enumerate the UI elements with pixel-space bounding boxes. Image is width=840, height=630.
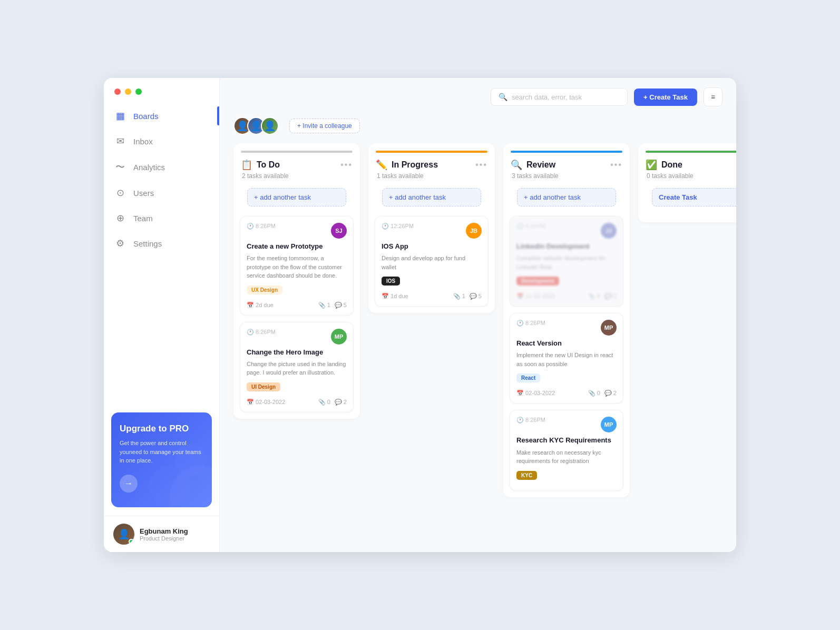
upgrade-desc: Get the power and control youneed to man… bbox=[120, 439, 203, 465]
col-header-review: 🔍 Review ••• 3 tasks available bbox=[503, 143, 630, 183]
card-desc: Implement the new UI Design in react as … bbox=[516, 351, 617, 368]
col-menu-todo[interactable]: ••• bbox=[340, 160, 353, 170]
search-bar[interactable]: 🔍 search data, error, task bbox=[491, 88, 628, 106]
card-comments: 💬 2 bbox=[335, 399, 347, 406]
card-tag: UX Design bbox=[247, 286, 282, 294]
user-role: Product Designer bbox=[140, 535, 188, 542]
add-task-button-done[interactable]: Create Task bbox=[652, 188, 736, 206]
member-avatar-3: 👤 bbox=[261, 117, 279, 135]
card-avatar: JB bbox=[466, 223, 482, 239]
card-stats: 📎 1 💬 5 bbox=[318, 302, 347, 309]
add-task-button-todo[interactable]: + add another task bbox=[247, 188, 346, 206]
column-inprogress: ✏️ In Progress ••• 1 tasks available + a… bbox=[368, 143, 495, 313]
nav-icon-boards: ▦ bbox=[114, 110, 126, 122]
nav-icon-settings: ⚙ bbox=[114, 238, 126, 249]
card-comments: 💬 5 bbox=[470, 293, 482, 300]
card-desc: Change the picture used in the landing p… bbox=[247, 360, 347, 377]
col-top-bar-review bbox=[511, 151, 622, 153]
sidebar-item-inbox[interactable]: ✉ Inbox bbox=[104, 129, 219, 154]
col-title-review: 🔍 Review bbox=[511, 159, 555, 171]
card-title: Research KYC Requirements bbox=[516, 436, 617, 445]
card-header: 🕐 12:26PM JB bbox=[382, 223, 482, 239]
card-avatar: MP bbox=[601, 320, 617, 336]
card-time: 🕐 8:26PM bbox=[516, 417, 545, 424]
card-comments: 💬 2 bbox=[604, 390, 617, 397]
nav-label-users: Users bbox=[133, 189, 154, 198]
card-time: 🕐 12:26PM bbox=[382, 223, 414, 230]
col-menu-inprogress[interactable]: ••• bbox=[475, 160, 487, 170]
online-status bbox=[129, 539, 134, 544]
task-card-card5[interactable]: 🕐 8:26PM MP React Version Implement the … bbox=[510, 313, 623, 403]
nav-label-inbox: Inbox bbox=[133, 137, 153, 146]
card-date: 📅 02-03-2022 bbox=[247, 399, 285, 406]
upgrade-title: Upgrade to PRO bbox=[120, 423, 203, 435]
sidebar-item-boards[interactable]: ▦ Boards bbox=[104, 103, 219, 129]
task-card-card4[interactable]: 🕐 8:26PM JJ Linkedin Development Complet… bbox=[510, 216, 623, 307]
task-card-card3[interactable]: 🕐 12:26PM JB IOS App Design and develop … bbox=[375, 216, 489, 307]
task-card-card1[interactable]: 🕐 8:26PM SJ Create a new Prototype For t… bbox=[240, 216, 354, 316]
card-header: 🕐 8:26PM MP bbox=[516, 417, 617, 432]
card-desc: Make research on necessary kyc requireme… bbox=[516, 448, 617, 466]
column-done: ✅ Done ••• 0 tasks available Create Task bbox=[638, 143, 736, 222]
user-profile: 👤 Egbunam King Product Designer bbox=[104, 516, 219, 552]
nav-label-boards: Boards bbox=[133, 112, 159, 121]
nav-label-settings: Settings bbox=[133, 239, 162, 248]
col-header-todo: 📋 To Do ••• 2 tasks available bbox=[233, 143, 360, 183]
add-task-button-review[interactable]: + add another task bbox=[517, 188, 616, 206]
card-desc: For the meeting tommorrow, a prototype o… bbox=[247, 254, 347, 280]
col-emoji-todo: 📋 bbox=[241, 159, 252, 171]
card-date: 📅 1d due bbox=[382, 293, 408, 300]
col-title-todo: 📋 To Do bbox=[241, 159, 280, 171]
col-title-row: ✅ Done ••• bbox=[646, 159, 736, 171]
cards-inprogress: 🕐 12:26PM JB IOS App Design and develop … bbox=[368, 216, 495, 313]
card-stats: 📎 0 💬 2 bbox=[318, 399, 347, 406]
col-emoji-inprogress: ✏️ bbox=[376, 159, 387, 171]
col-menu-review[interactable]: ••• bbox=[610, 160, 622, 170]
board-header: 👤 👤 👤 + Invite a colleague bbox=[220, 112, 736, 143]
sidebar-item-users[interactable]: ⊙ Users bbox=[104, 180, 219, 205]
user-name: Egbunam King bbox=[140, 527, 188, 535]
card-time: 🕐 8:26PM bbox=[247, 223, 276, 230]
filter-button[interactable]: ≡ bbox=[704, 87, 722, 106]
card-header: 🕐 8:26PM MP bbox=[516, 320, 617, 336]
card-title: React Version bbox=[516, 339, 617, 348]
col-title-row: 🔍 Review ••• bbox=[511, 159, 622, 171]
titlebar bbox=[104, 78, 219, 103]
card-attachments: 📎 1 bbox=[318, 302, 330, 309]
upgrade-banner: Upgrade to PRO Get the power and control… bbox=[111, 412, 212, 507]
col-top-bar-inprogress bbox=[376, 151, 487, 153]
col-header-done: ✅ Done ••• 0 tasks available bbox=[638, 143, 736, 183]
card-avatar: SJ bbox=[331, 223, 347, 239]
nav-icon-team: ⊕ bbox=[114, 212, 126, 224]
nav-icon-inbox: ✉ bbox=[114, 135, 126, 147]
task-card-card2[interactable]: 🕐 8:26PM MP Change the Hero Image Change… bbox=[240, 322, 354, 412]
sidebar-item-settings[interactable]: ⚙ Settings bbox=[104, 231, 219, 256]
cards-todo: 🕐 8:26PM SJ Create a new Prototype For t… bbox=[233, 216, 360, 419]
card-time: 🕐 8:26PM bbox=[516, 320, 545, 327]
add-task-button-inprogress[interactable]: + add another task bbox=[382, 188, 481, 206]
col-title-row: ✏️ In Progress ••• bbox=[376, 159, 487, 171]
sidebar-item-analytics[interactable]: 〜 Analytics bbox=[104, 154, 219, 180]
dot-yellow[interactable] bbox=[125, 88, 131, 95]
card-attachments: 📎 1 bbox=[453, 293, 465, 300]
col-title-text-review: Review bbox=[526, 160, 555, 170]
member-avatars: 👤 👤 👤 bbox=[233, 117, 279, 135]
card-tag: KYC bbox=[516, 471, 537, 480]
col-header-inprogress: ✏️ In Progress ••• 1 tasks available bbox=[368, 143, 495, 183]
invite-colleague-button[interactable]: + Invite a colleague bbox=[289, 119, 360, 133]
search-placeholder[interactable]: search data, error, task bbox=[512, 93, 582, 101]
col-title-text-done: Done bbox=[661, 160, 682, 170]
upgrade-arrow-button[interactable]: → bbox=[120, 475, 138, 493]
card-date: 📅 02-03-2022 bbox=[516, 390, 555, 397]
card-desc: Design and develop app for fund wallet bbox=[382, 254, 482, 271]
dot-red[interactable] bbox=[114, 88, 121, 95]
nav-icon-users: ⊙ bbox=[114, 187, 126, 199]
dot-green[interactable] bbox=[135, 88, 142, 95]
sidebar-item-team[interactable]: ⊕ Team bbox=[104, 205, 219, 231]
create-task-button[interactable]: + Create Task bbox=[634, 88, 697, 106]
card-stats: 📎 0 💬 2 bbox=[588, 390, 617, 397]
card-comments: 💬 5 bbox=[335, 302, 347, 309]
card-header: 🕐 8:26PM MP bbox=[247, 329, 347, 344]
col-count-inprogress: 1 tasks available bbox=[377, 172, 487, 180]
task-card-card6[interactable]: 🕐 8:26PM MP Research KYC Requirements Ma… bbox=[510, 410, 623, 490]
